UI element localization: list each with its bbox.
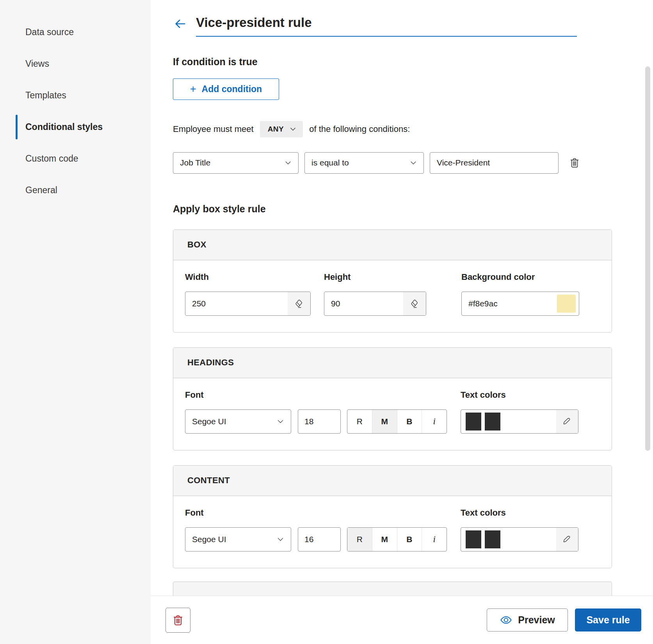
edit-content-colors-button[interactable] [556, 528, 578, 551]
background-color-label: Background color [461, 272, 579, 282]
content-card: CONTENT Font Segoe UI [173, 465, 612, 568]
sidebar-item-data-source[interactable]: Data source [0, 16, 151, 48]
edit-headings-colors-button[interactable] [556, 410, 578, 433]
content-font-weight-selector: R M B i [347, 527, 447, 551]
main-panel: Vice-president rule If condition is true… [151, 0, 653, 596]
sidebar: Data source Views Templates Conditional … [0, 0, 151, 644]
content-card-title: CONTENT [187, 475, 230, 486]
condition-field-value: Job Title [180, 158, 210, 167]
box-card-body: Width 250 [173, 260, 612, 332]
headings-card-body: Font Segoe UI 18 [173, 378, 612, 450]
weight-regular-button[interactable]: R [347, 410, 372, 433]
delete-rule-button[interactable] [165, 608, 190, 633]
weight-italic-button[interactable]: i [422, 410, 447, 433]
headings-font-size-value: 18 [304, 417, 313, 426]
headings-color-swatch-2[interactable] [485, 413, 500, 431]
headings-card-title: HEADINGS [187, 358, 234, 368]
background-color-input[interactable]: #f8e9ac [461, 292, 579, 316]
content-size-group: 16 [298, 508, 341, 551]
box-card: BOX Width 250 [173, 229, 612, 333]
background-color-group: Background color #f8e9ac [461, 272, 579, 316]
content-color-swatch-1[interactable] [466, 530, 481, 548]
weight-bold-button[interactable]: B [397, 410, 422, 433]
sidebar-item-views[interactable]: Views [0, 48, 151, 80]
headings-color-swatch-1[interactable] [466, 413, 481, 431]
box-card-title: BOX [187, 240, 206, 250]
add-condition-label: Add condition [202, 84, 262, 94]
chevron-down-icon [284, 159, 292, 167]
add-condition-button[interactable]: + Add condition [173, 78, 279, 100]
erase-width-button[interactable] [288, 292, 310, 315]
height-label: Height [324, 272, 426, 282]
content-text-colors-label: Text colors [461, 508, 578, 518]
weight-medium-button[interactable]: M [372, 528, 397, 551]
sidebar-item-label: Conditional styles [25, 122, 103, 132]
pencil-icon [562, 534, 572, 545]
erase-height-button[interactable] [403, 292, 426, 315]
next-card-header-clipped [173, 582, 612, 596]
chevron-down-icon [289, 125, 297, 133]
condition-field-dropdown[interactable]: Job Title [173, 152, 299, 174]
content-colors-group: Text colors [461, 508, 578, 551]
headings-font-weight-selector: R M B i [347, 409, 447, 434]
condition-value-input[interactable]: Vice-President [430, 152, 559, 174]
weight-italic-button[interactable]: i [422, 528, 447, 551]
arrow-left-icon [174, 18, 187, 30]
content-font-dropdown[interactable]: Segoe UI [185, 527, 291, 551]
headings-card: HEADINGS Font Segoe UI [173, 347, 612, 450]
content-size-label [298, 508, 341, 518]
back-button[interactable] [173, 16, 188, 31]
headings-font-size-input[interactable]: 18 [298, 409, 341, 434]
sidebar-item-custom-code[interactable]: Custom code [0, 143, 151, 174]
footer-action-bar: Preview Save rule [151, 596, 653, 644]
save-rule-button[interactable]: Save rule [575, 608, 641, 632]
condition-operator-value: is equal to [311, 158, 349, 167]
sidebar-item-conditional-styles[interactable]: Conditional styles [0, 111, 151, 143]
height-input[interactable]: 90 [324, 292, 426, 316]
headings-font-dropdown[interactable]: Segoe UI [185, 409, 291, 434]
sidebar-item-label: Templates [25, 90, 66, 101]
background-color-swatch[interactable] [557, 295, 576, 313]
vertical-scrollbar-thumb[interactable] [645, 66, 650, 451]
condition-value-text: Vice-President [437, 158, 490, 167]
weight-regular-button[interactable]: R [347, 528, 372, 551]
content-font-group: Font Segoe UI [185, 508, 291, 551]
font-label: Font [185, 508, 291, 518]
chevron-down-icon [276, 535, 285, 543]
page-header: Vice-president rule [173, 15, 653, 37]
sidebar-item-templates[interactable]: Templates [0, 80, 151, 111]
match-type-value: ANY [268, 125, 284, 133]
height-group: Height 90 [324, 272, 426, 316]
weight-bold-button[interactable]: B [397, 528, 422, 551]
sidebar-item-general[interactable]: General [0, 174, 151, 206]
trash-icon [569, 157, 580, 169]
match-type-dropdown[interactable]: ANY [260, 121, 303, 137]
rule-name-field[interactable]: Vice-president rule [196, 15, 577, 37]
content-card-body: Font Segoe UI 16 [173, 496, 612, 568]
width-label: Width [185, 272, 311, 282]
match-text-before: Employee must meet [173, 124, 254, 134]
content-font-size-input[interactable]: 16 [298, 527, 341, 551]
headings-size-label [298, 390, 341, 400]
width-input[interactable]: 250 [185, 292, 311, 316]
headings-weights-group: R M B i [347, 390, 447, 434]
weight-medium-button[interactable]: M [372, 410, 397, 433]
headings-text-colors-input [461, 409, 578, 434]
content-font-value: Segoe UI [192, 535, 226, 544]
page-title: Vice-president rule [196, 15, 577, 30]
content-weights-group: R M B i [347, 508, 447, 551]
eraser-icon [409, 298, 420, 309]
headings-font-group: Font Segoe UI [185, 390, 291, 434]
content-color-swatch-2[interactable] [485, 530, 500, 548]
preview-button[interactable]: Preview [487, 608, 568, 632]
box-card-header: BOX [173, 230, 612, 260]
trash-icon [172, 614, 184, 627]
sidebar-item-label: Custom code [25, 153, 78, 164]
match-text-after: of the following conditions: [309, 124, 410, 134]
content-font-size-value: 16 [304, 535, 313, 544]
width-group: Width 250 [185, 272, 311, 316]
chevron-down-icon [276, 417, 285, 425]
delete-condition-button[interactable] [569, 157, 580, 169]
condition-operator-dropdown[interactable]: is equal to [304, 152, 424, 174]
headings-size-group: 18 [298, 390, 341, 434]
